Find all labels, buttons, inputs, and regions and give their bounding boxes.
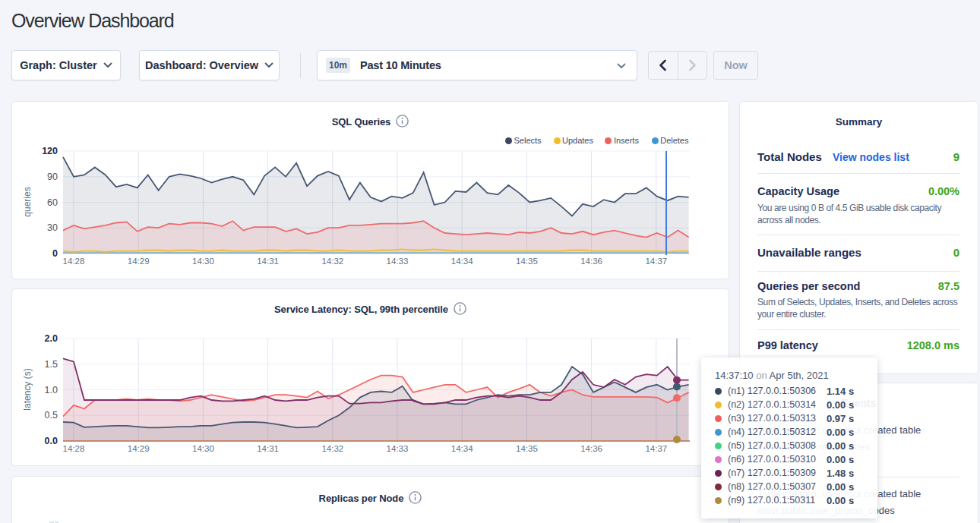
svg-text:120: 120 bbox=[42, 146, 58, 156]
svg-text:90: 90 bbox=[47, 172, 58, 182]
svg-text:14:35: 14:35 bbox=[516, 444, 538, 453]
svg-text:14:29: 14:29 bbox=[128, 444, 150, 453]
svg-text:30: 30 bbox=[47, 222, 58, 233]
svg-text:14:36: 14:36 bbox=[580, 444, 602, 453]
svg-text:14:33: 14:33 bbox=[387, 444, 409, 453]
svg-text:14:32: 14:32 bbox=[321, 444, 343, 453]
svg-text:14:30: 14:30 bbox=[192, 444, 214, 453]
svg-text:14:29: 14:29 bbox=[128, 257, 150, 266]
svg-text:0.5: 0.5 bbox=[45, 410, 58, 421]
svg-text:queries: queries bbox=[22, 187, 33, 216]
svg-text:0: 0 bbox=[52, 248, 58, 259]
svg-text:14:28: 14:28 bbox=[63, 257, 85, 266]
svg-text:14:37: 14:37 bbox=[645, 444, 667, 453]
svg-text:14:31: 14:31 bbox=[257, 444, 279, 453]
svg-text:14:34: 14:34 bbox=[451, 257, 473, 266]
svg-text:0.0: 0.0 bbox=[45, 436, 58, 446]
svg-text:60: 60 bbox=[47, 197, 58, 208]
svg-text:14:36: 14:36 bbox=[580, 257, 602, 266]
svg-text:14:32: 14:32 bbox=[321, 257, 343, 266]
svg-text:14:31: 14:31 bbox=[257, 257, 279, 266]
svg-text:14:33: 14:33 bbox=[387, 257, 409, 266]
svg-text:14:30: 14:30 bbox=[192, 257, 214, 266]
svg-text:14:35: 14:35 bbox=[516, 257, 538, 266]
svg-text:latency (s): latency (s) bbox=[22, 368, 33, 410]
svg-text:1.0: 1.0 bbox=[45, 385, 58, 395]
svg-text:14:37: 14:37 bbox=[645, 257, 667, 266]
svg-text:1.5: 1.5 bbox=[45, 359, 58, 370]
svg-text:2.0: 2.0 bbox=[45, 333, 58, 344]
svg-text:14:28: 14:28 bbox=[63, 444, 85, 453]
svg-text:14:34: 14:34 bbox=[451, 444, 473, 453]
